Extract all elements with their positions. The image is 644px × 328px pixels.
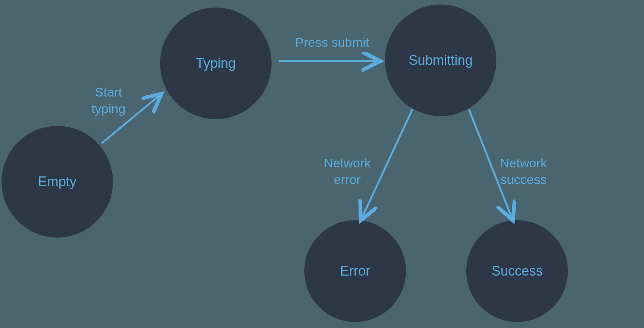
svg-line-3 [469, 109, 512, 219]
arrow-submitting-to-success [0, 0, 644, 328]
